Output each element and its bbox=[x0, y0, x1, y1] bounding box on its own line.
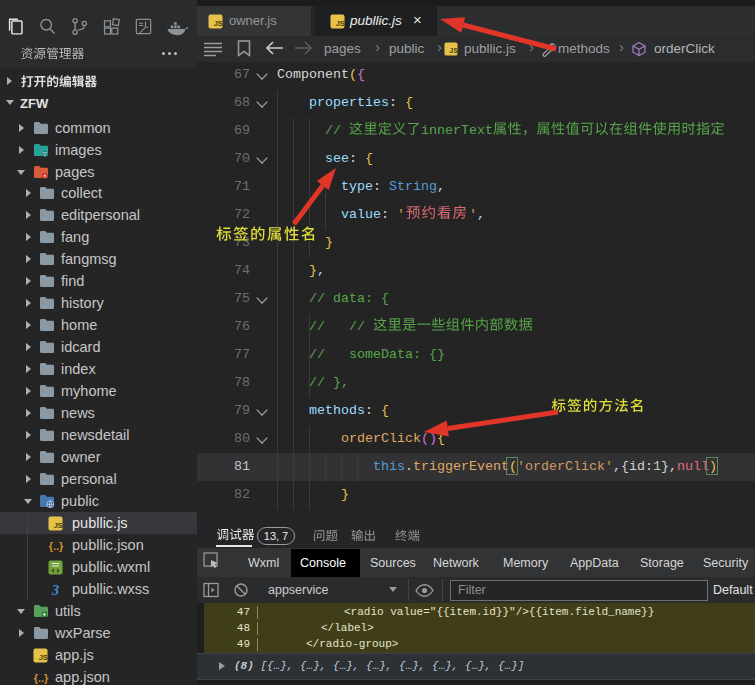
svg-text:JS: JS bbox=[214, 19, 223, 28]
svg-text:JS: JS bbox=[449, 47, 458, 54]
svg-text:{..}: {..} bbox=[49, 540, 64, 552]
svg-text:{..}: {..} bbox=[34, 672, 49, 684]
svg-text:JS: JS bbox=[39, 653, 48, 662]
svg-text:JS: JS bbox=[54, 521, 63, 530]
svg-text:JS: JS bbox=[336, 19, 345, 28]
svg-text:3: 3 bbox=[51, 583, 59, 598]
